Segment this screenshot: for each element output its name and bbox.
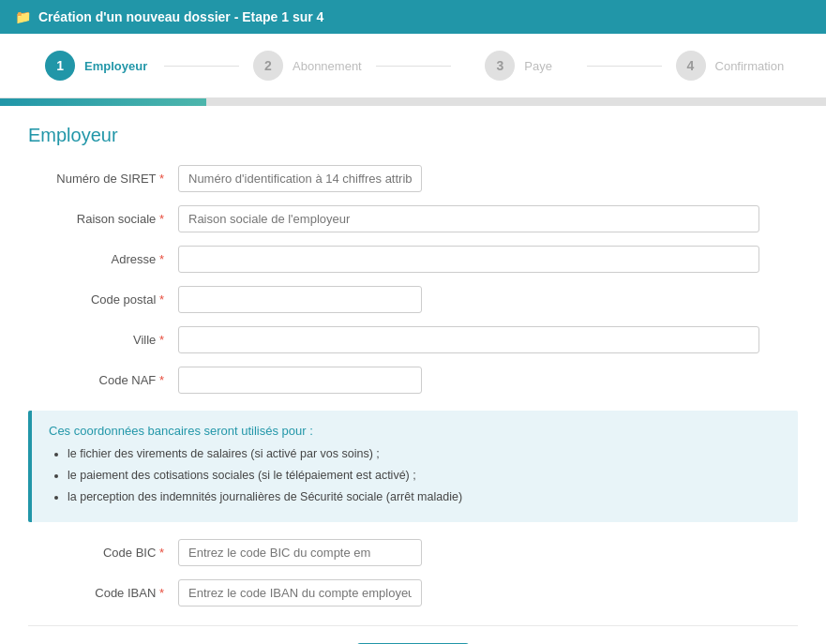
ville-input[interactable]	[178, 326, 759, 353]
step-divider-2	[376, 66, 451, 67]
code-bic-label: Code BIC *	[28, 546, 178, 560]
step-divider-3	[587, 66, 662, 67]
step-3-circle: 3	[485, 51, 515, 81]
code-postal-required: *	[159, 292, 164, 307]
code-iban-required: *	[159, 586, 164, 600]
code-iban-input[interactable]	[178, 579, 422, 607]
ville-group: Ville *	[28, 326, 798, 353]
raison-sociale-group: Raison sociale *	[28, 205, 798, 232]
ville-label: Ville *	[28, 333, 178, 347]
siret-label: Numéro de SIRET *	[28, 172, 178, 186]
info-box-item-3: la perception des indemnités journalière…	[68, 488, 781, 506]
step-1-circle: 1	[45, 51, 75, 81]
code-bic-required: *	[159, 546, 164, 560]
siret-group: Numéro de SIRET *	[28, 165, 798, 192]
step-divider-1	[164, 66, 239, 67]
siret-required: *	[159, 172, 164, 186]
step-3: 3 Paye	[451, 51, 587, 81]
code-postal-group: Code postal *	[28, 286, 798, 313]
step-2-label: Abonnement	[293, 59, 362, 73]
step-1-label: Employeur	[84, 59, 147, 73]
section-title: Employeur	[28, 125, 798, 146]
step-2: 2 Abonnement	[239, 51, 375, 81]
page-header: 📁 Création d'un nouveau dossier - Etape …	[0, 0, 826, 34]
step-4-circle: 4	[676, 51, 706, 81]
code-bic-group: Code BIC *	[28, 539, 798, 566]
raison-sociale-input[interactable]	[178, 205, 759, 232]
folder-icon: 📁	[15, 9, 31, 24]
code-postal-input[interactable]	[178, 286, 422, 313]
progress-bar-fill	[0, 98, 206, 106]
adresse-required: *	[159, 252, 164, 266]
code-postal-label: Code postal *	[28, 292, 178, 307]
adresse-label: Adresse *	[28, 252, 178, 266]
steps-bar: 1 Employeur 2 Abonnement 3 Paye 4 Confir…	[0, 34, 826, 98]
raison-sociale-label: Raison sociale *	[28, 212, 178, 226]
form-content: Employeur Numéro de SIRET * Raison socia…	[0, 106, 826, 644]
info-box-list: le fichier des virements de salaires (si…	[49, 445, 781, 505]
page-title: Création d'un nouveau dossier - Etape 1 …	[38, 9, 323, 24]
info-box-item-2: le paiement des cotisations sociales (si…	[68, 467, 781, 485]
progress-bar-container	[0, 98, 826, 106]
info-box-item-1: le fichier des virements de salaires (si…	[68, 445, 781, 463]
step-3-label: Paye	[524, 59, 552, 73]
code-naf-group: Code NAF *	[28, 367, 798, 394]
button-bar: Continuer →	[28, 625, 798, 644]
siret-input[interactable]	[178, 165, 422, 192]
info-box: Ces coordonnées bancaires seront utilisé…	[28, 411, 798, 522]
code-iban-group: Code IBAN *	[28, 579, 798, 607]
step-2-circle: 2	[253, 51, 283, 81]
code-bic-input[interactable]	[178, 539, 422, 566]
ville-required: *	[159, 333, 164, 347]
code-iban-label: Code IBAN *	[28, 586, 178, 600]
step-1: 1 Employeur	[28, 51, 164, 81]
code-naf-label: Code NAF *	[28, 373, 178, 387]
info-box-title: Ces coordonnées bancaires seront utilisé…	[49, 424, 781, 438]
code-naf-required: *	[159, 373, 164, 387]
raison-sociale-required: *	[159, 212, 164, 226]
adresse-input[interactable]	[178, 246, 759, 273]
step-4-label: Confirmation	[715, 59, 785, 73]
step-4: 4 Confirmation	[662, 51, 798, 81]
code-naf-input[interactable]	[178, 367, 422, 394]
adresse-group: Adresse *	[28, 246, 798, 273]
